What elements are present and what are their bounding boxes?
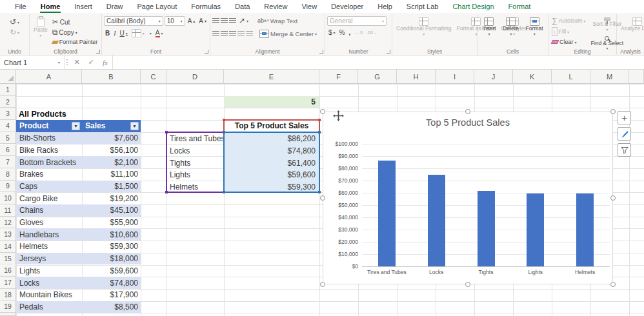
column-header-G[interactable]: G	[358, 70, 397, 84]
row-header-partial[interactable]	[0, 313, 16, 316]
product-cell[interactable]: Gloves	[19, 218, 43, 227]
chart-selection-handle[interactable]	[320, 282, 325, 287]
tab-formulas[interactable]: Formulas	[184, 1, 228, 13]
select-all-corner[interactable]	[0, 70, 16, 84]
range-handle[interactable]	[165, 191, 168, 193]
row-header-19[interactable]: 19	[0, 301, 16, 313]
row-header-17[interactable]: 17	[0, 277, 16, 289]
chart-bar[interactable]	[428, 175, 445, 266]
paste-button[interactable]: Paste▾	[32, 16, 50, 39]
row-header-11[interactable]: 11	[0, 204, 16, 217]
row-header-15[interactable]: 15	[0, 253, 16, 265]
chart-bar[interactable]	[378, 161, 396, 266]
tab-developer[interactable]: Developer	[324, 1, 370, 13]
clipboard-dialog-launcher-icon[interactable]	[96, 50, 100, 54]
chart-selection-handle[interactable]	[320, 109, 325, 114]
increase-decimal-button[interactable]: ←.0	[353, 30, 364, 35]
top5-category-cell[interactable]: Locks	[167, 144, 223, 157]
product-cell[interactable]: Chains	[19, 206, 43, 215]
increase-font-button[interactable]: A▴	[186, 17, 197, 25]
borders-button[interactable]: ▾	[130, 28, 146, 38]
product-cell[interactable]: Bike Racks	[19, 146, 58, 155]
sales-cell[interactable]: $19,200	[110, 194, 138, 203]
column-header-M[interactable]: M	[590, 70, 629, 84]
wrap-text-button[interactable]: ab↩Wrap Text	[256, 16, 299, 25]
sales-cell[interactable]: $59,600	[110, 266, 138, 275]
range-handle[interactable]	[318, 119, 321, 121]
row-header-7[interactable]: 7	[0, 156, 16, 168]
fill-button[interactable]: ↓Fill▾	[550, 26, 587, 37]
sales-cell[interactable]: $18,000	[110, 254, 138, 263]
sales-cell[interactable]: $1,500	[114, 182, 138, 191]
copy-button[interactable]: ⧉Copy▾	[51, 28, 99, 37]
row-header-12[interactable]: 12	[0, 217, 16, 229]
underline-button[interactable]: U▾	[119, 29, 129, 37]
column-header-D[interactable]: D	[166, 70, 224, 84]
row-header-9[interactable]: 9	[0, 181, 16, 193]
sales-cell[interactable]: $74,800	[110, 279, 138, 288]
embedded-chart[interactable]: Top 5 Product Sales $0$10,000$20,000$30,…	[323, 112, 613, 284]
product-cell[interactable]: Locks	[19, 279, 39, 288]
chart-selection-handle[interactable]	[610, 109, 616, 114]
tab-view[interactable]: View	[294, 1, 324, 13]
font-dialog-launcher-icon[interactable]	[205, 50, 208, 54]
row-header-8[interactable]: 8	[0, 168, 16, 181]
autosum-button[interactable]: ∑AutoSum▾	[550, 16, 587, 25]
product-cell[interactable]: Helmets	[19, 242, 48, 251]
row-header-10[interactable]: 10	[0, 192, 16, 204]
top5-value-cell[interactable]: $61,400	[225, 157, 319, 169]
filter-dropdown-icon[interactable]: ▼	[72, 122, 80, 130]
chart-selection-handle[interactable]	[465, 282, 470, 287]
decrease-decimal-button[interactable]: .00→	[365, 30, 379, 35]
column-header-L[interactable]: L	[552, 70, 590, 84]
top5-title-cell[interactable]: Top 5 Product Sales	[223, 119, 320, 133]
tab-script-lab[interactable]: Script Lab	[399, 1, 446, 13]
top5-category-cell[interactable]: Tights	[167, 157, 223, 169]
insert-cells-button[interactable]: Insert▾	[480, 16, 498, 38]
product-cell[interactable]: Cargo Bike	[19, 194, 57, 203]
range-handle[interactable]	[318, 131, 321, 133]
enter-entry-button[interactable]: ✓	[84, 55, 98, 69]
tab-help[interactable]: Help	[370, 1, 399, 13]
product-cell[interactable]: Jerseys	[19, 254, 46, 263]
decrease-font-button[interactable]: A▾	[197, 17, 208, 25]
namebox-splitter[interactable]: ⋮	[65, 55, 70, 69]
column-header-I[interactable]: I	[436, 70, 474, 84]
chart-selection-handle[interactable]	[465, 109, 470, 114]
align-center-button[interactable]	[221, 31, 228, 37]
insert-function-button[interactable]: fx	[98, 55, 112, 69]
name-box[interactable]: Chart 1 ▾	[0, 55, 65, 69]
tab-review[interactable]: Review	[257, 1, 294, 13]
range-handle[interactable]	[223, 191, 225, 193]
alignment-dialog-launcher-icon[interactable]	[319, 50, 323, 54]
align-right-button[interactable]	[229, 31, 236, 37]
column-header-C[interactable]: C	[141, 70, 166, 84]
tab-file[interactable]: File	[8, 1, 34, 13]
sales-cell[interactable]: $56,100	[110, 146, 138, 155]
format-cells-button[interactable]: Format▾	[524, 16, 545, 38]
sales-cell[interactable]: $7,600	[114, 133, 138, 143]
top5-values-range[interactable]: $86,200$74,800$61,400$59,600$59,300	[223, 132, 320, 193]
top5-category-range[interactable]: Tires and TubesLocksTightsLightsHelmets	[166, 132, 225, 193]
product-cell[interactable]: Brakes	[19, 170, 43, 179]
align-top-button[interactable]	[212, 18, 219, 24]
product-cell[interactable]: Handlebars	[19, 230, 59, 239]
redo-button[interactable]: ↻▾	[8, 28, 21, 37]
sales-cell[interactable]: $17,900	[110, 290, 138, 299]
font-color-button[interactable]: A▾	[154, 28, 165, 38]
product-cell[interactable]: Lights	[19, 266, 40, 275]
column-header-K[interactable]: K	[513, 70, 552, 84]
top5-category-cell[interactable]: Tires and Tubes	[167, 133, 223, 145]
tab-chart-design[interactable]: Chart Design	[445, 1, 501, 13]
range-handle[interactable]	[223, 131, 225, 133]
conditional-formatting-button[interactable]: Conditional Formatting▾	[394, 16, 454, 38]
column-header-J[interactable]: J	[474, 70, 513, 84]
cancel-entry-button[interactable]: ✕	[70, 55, 84, 69]
column-header-F[interactable]: F	[319, 70, 358, 84]
sales-cell[interactable]: $2,100	[114, 158, 138, 167]
tab-insert[interactable]: Insert	[67, 1, 99, 13]
cut-button[interactable]: ✂Cut	[51, 17, 99, 26]
percent-button[interactable]: %	[338, 28, 347, 37]
sales-cell[interactable]: $11,100	[111, 170, 139, 179]
product-cell[interactable]: Pedals	[19, 302, 43, 311]
